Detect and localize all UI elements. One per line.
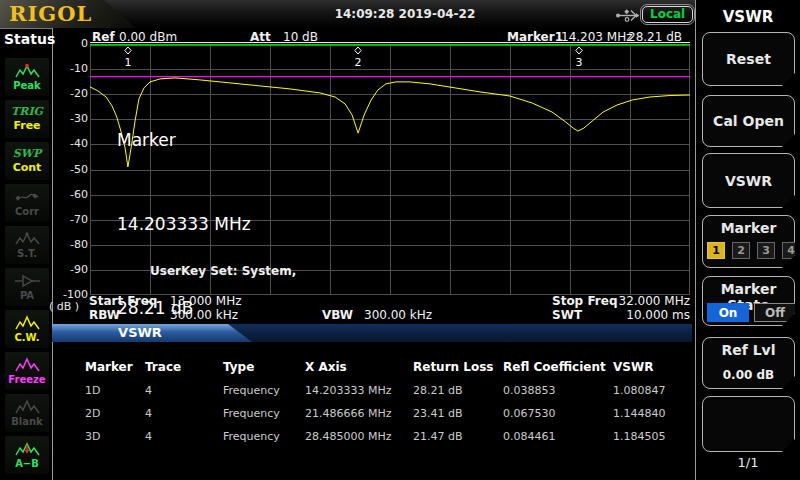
y-tick--20: -20 xyxy=(46,87,88,100)
clock-datetime: 14:09:28 2019-04-22 xyxy=(300,7,510,21)
status-item-trigger: TRIGFree xyxy=(5,100,49,138)
marker-table: MarkerTraceTypeX AxisReturn LossRefl Coe… xyxy=(60,356,692,450)
measure-title-bar: VSWR xyxy=(52,324,692,342)
table-header-return-loss: Return Loss xyxy=(413,360,493,374)
swt-value: 10.000 ms xyxy=(600,308,690,322)
vswr-button[interactable]: VSWR xyxy=(702,153,795,208)
status-sweep-mode: SWP xyxy=(13,148,42,160)
blank-softkey[interactable] xyxy=(702,396,795,452)
ref-lvl-value: 0.00 dB xyxy=(703,368,794,382)
status-trigger-value: Free xyxy=(13,119,40,132)
softkey-panel-title: VSWR xyxy=(696,8,800,26)
status-item-sweep: SWPCont xyxy=(5,142,49,180)
y-tick--60: -60 xyxy=(46,188,88,201)
table-header-type: Type xyxy=(223,360,254,374)
usb-icon xyxy=(615,9,642,22)
table-row-2-col-7: 1.144840 xyxy=(613,407,666,420)
y-tick--10: -10 xyxy=(46,62,88,75)
topbar-divider xyxy=(0,28,52,29)
st-icon xyxy=(14,231,41,247)
y-axis-unit: ( dB ) xyxy=(40,300,88,313)
vbw-label: VBW xyxy=(322,308,353,322)
marker-chip-4[interactable]: 4 xyxy=(782,242,800,259)
page-indicator: 1/1 xyxy=(696,455,800,470)
stop-freq-value: 32.000 MHz xyxy=(600,294,690,308)
marker-select-title: Marker xyxy=(703,220,794,236)
y-tick--90: -90 xyxy=(46,263,88,276)
status-st-label: S.T. xyxy=(17,248,37,259)
status-item-ab: A−B xyxy=(5,436,49,474)
y-tick--30: -30 xyxy=(46,112,88,125)
table-header-trace: Trace xyxy=(145,360,181,374)
status-item-blank: Blank xyxy=(5,394,49,432)
table-header-marker: Marker xyxy=(85,360,133,374)
start-freq-value: 13.000 MHz xyxy=(170,294,241,308)
status-item-freeze: Freeze xyxy=(5,352,49,390)
marker-number-3: 3 xyxy=(576,56,583,69)
graticule-top-border xyxy=(90,42,690,43)
table-row-3-col-3: Frequency xyxy=(223,430,280,443)
corr-icon xyxy=(14,189,41,205)
marker-select-button[interactable]: Marker 1234 xyxy=(702,215,795,268)
table-row-2-col-2: 4 xyxy=(145,407,152,420)
marker-diamond-1 xyxy=(125,47,131,54)
pa-icon xyxy=(14,273,41,289)
status-blank-label: Blank xyxy=(11,416,43,427)
marker-chip-1[interactable]: 1 xyxy=(707,242,725,259)
table-row-2-col-4: 21.486666 MHz xyxy=(305,407,392,420)
table-header-refl-coefficient: Refl Coefficient xyxy=(503,360,606,374)
table-row-3-col-2: 4 xyxy=(145,430,152,443)
blank-icon xyxy=(14,399,41,415)
userkey-message: UserKey Set: System, xyxy=(150,264,296,278)
table-row-2-col-1: 2D xyxy=(85,407,100,420)
status-pa-label: PA xyxy=(20,290,34,301)
y-tick-0: 0 xyxy=(46,37,88,50)
start-freq-label: Start Freq xyxy=(89,294,157,308)
ref-lvl-button[interactable]: Ref Lvl 0.00 dB xyxy=(702,337,795,389)
cal-open-button[interactable]: Cal Open xyxy=(702,95,795,147)
cw-icon xyxy=(14,315,41,331)
y-tick--70: -70 xyxy=(46,213,88,226)
marker-state-on-toggle[interactable]: On xyxy=(707,303,749,322)
rbw-label: RBW xyxy=(89,308,120,322)
marker-diamond-2 xyxy=(355,47,361,54)
marker-chip-3[interactable]: 3 xyxy=(757,242,775,259)
swt-label: SWT xyxy=(552,308,582,322)
table-row-1-col-3: Frequency xyxy=(223,384,280,397)
status-trigger-mode: TRIG xyxy=(11,106,43,118)
marker-state-off-toggle[interactable]: Off xyxy=(754,303,796,322)
table-row-3-col-1: 3D xyxy=(85,430,100,443)
status-item-peak: Peak xyxy=(5,58,49,96)
table-row-2-col-6: 0.067530 xyxy=(503,407,556,420)
status-freeze-label: Freeze xyxy=(8,374,45,385)
y-tick--50: -50 xyxy=(46,163,88,176)
status-peak-label: Peak xyxy=(13,80,41,91)
top-bar: RIGOL 14:09:28 2019-04-22 Local xyxy=(0,0,695,28)
status-cw-label: C.W. xyxy=(14,332,39,343)
table-row-3-col-4: 28.485000 MHz xyxy=(305,430,392,443)
vbw-value: 300.00 kHz xyxy=(364,308,432,322)
table-row-1-col-6: 0.038853 xyxy=(503,384,556,397)
local-remote-badge: Local xyxy=(640,4,695,25)
y-tick--40: -40 xyxy=(46,137,88,150)
reset-button[interactable]: Reset xyxy=(702,32,795,86)
marker-chip-2[interactable]: 2 xyxy=(732,242,750,259)
marker-state-button[interactable]: Marker State On Off xyxy=(702,276,795,326)
status-item-st: S.T. xyxy=(5,226,49,264)
table-row-3-col-5: 21.47 dB xyxy=(413,430,463,443)
status-item-corr: Corr xyxy=(5,184,49,222)
status-corr-label: Corr xyxy=(15,206,39,217)
table-row-1-col-7: 1.080847 xyxy=(613,384,666,397)
freeze-icon xyxy=(14,357,41,373)
table-row-1-col-2: 4 xyxy=(145,384,152,397)
marker-number-1: 1 xyxy=(124,56,131,69)
marker-readout-frequency: 14.203333 MHz xyxy=(117,210,251,238)
table-header-x-axis: X Axis xyxy=(305,360,347,374)
table-row-2-col-5: 23.41 dB xyxy=(413,407,463,420)
softkey-panel: VSWR Reset Cal Open VSWR Marker 1234 Mar… xyxy=(696,0,800,480)
brand-logo: RIGOL xyxy=(9,1,92,26)
marker-diamond-3 xyxy=(576,47,582,54)
table-row-1-col-5: 28.21 dB xyxy=(413,384,463,397)
status-ab-label: A−B xyxy=(15,458,39,469)
y-tick--80: -80 xyxy=(46,238,88,251)
